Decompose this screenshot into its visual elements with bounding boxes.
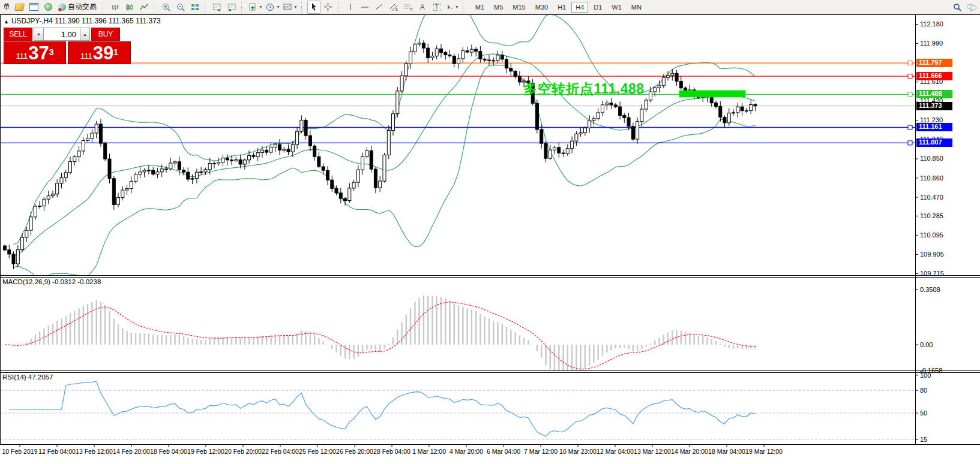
sell-button[interactable]: SELL — [4, 28, 32, 41]
search-icon[interactable] — [951, 1, 964, 14]
volume-input[interactable]: 1.00 — [44, 28, 80, 41]
profile-previous-icon[interactable] — [225, 1, 238, 14]
equidistant-channel-button[interactable]: E — [387, 1, 400, 14]
volume-increase-button[interactable]: ▲ — [80, 28, 90, 41]
fibonacci-button[interactable]: F — [401, 1, 415, 14]
menu-fragment[interactable]: 单 — [1, 2, 12, 12]
symbol-collapse-icon[interactable]: ▲ — [4, 19, 9, 25]
timeframe-m1[interactable]: M1 — [471, 2, 488, 13]
timeframe-m30[interactable]: M30 — [531, 2, 552, 13]
chart-canvas[interactable] — [0, 0, 980, 464]
templates-button[interactable]: ▼ — [282, 1, 298, 14]
dropdown-arrow-icon: ▼ — [293, 5, 298, 9]
zoom-in-icon[interactable] — [160, 1, 173, 14]
new-order-button[interactable]: ▼ — [247, 1, 263, 14]
zoom-out-icon[interactable] — [174, 1, 187, 14]
svg-text:F: F — [410, 8, 413, 11]
timeframe-d1[interactable]: D1 — [589, 2, 606, 13]
text-button[interactable]: A — [416, 1, 429, 14]
vertical-line-button[interactable] — [344, 1, 357, 14]
candlestick-chart-icon[interactable] — [123, 1, 136, 14]
profile-next-icon[interactable] — [211, 1, 224, 14]
horizontal-line-button[interactable] — [358, 1, 371, 14]
rsi-label: RSI(14) 47.2057 — [2, 373, 53, 381]
one-click-trade-panel: SELL ▼ 1.00 ▲ BUY 111373 111391 — [4, 28, 131, 64]
svg-text:E: E — [395, 8, 398, 11]
timeframe-h4[interactable]: H4 — [571, 2, 588, 13]
periods-button[interactable]: ▼ — [265, 1, 281, 14]
chat-icon[interactable] — [965, 1, 978, 14]
autotrade-globe-icon — [59, 4, 66, 11]
shapes-button[interactable]: ▼ — [445, 1, 460, 14]
timeframe-bar: M1M5M15M30H1H4D1W1MN — [470, 2, 646, 13]
label-button[interactable]: T — [430, 1, 443, 14]
chart-title: ▲USDJPY-,H4 111.390 111.396 111.365 111.… — [4, 17, 161, 25]
tile-windows-icon[interactable] — [188, 1, 202, 14]
bar-chart-icon[interactable] — [109, 1, 122, 14]
timeframe-m5[interactable]: M5 — [490, 2, 507, 13]
trendline-button[interactable] — [373, 1, 386, 14]
buy-button[interactable]: BUY — [91, 28, 120, 41]
crosshair-button[interactable] — [322, 1, 335, 14]
order-book-icon[interactable] — [13, 1, 26, 14]
sell-price[interactable]: 111373 — [4, 41, 66, 64]
chart-window-icon[interactable] — [27, 1, 40, 14]
line-chart-icon[interactable] — [137, 1, 151, 14]
buy-price[interactable]: 111391 — [68, 41, 131, 64]
dropdown-arrow-icon: ▼ — [455, 5, 459, 9]
timeframe-mn[interactable]: MN — [627, 2, 646, 13]
pivot-annotation: 多空转折点111.488 — [523, 80, 645, 98]
toolbar: 单 自动交易 ▼ ▼ ▼ E F A T ▼ M1M5M15M30H1H4D1W… — [0, 0, 980, 14]
volume-decrease-button[interactable]: ▼ — [34, 28, 44, 41]
autotrade-button[interactable]: 自动交易 — [56, 1, 100, 14]
signals-icon[interactable] — [41, 1, 55, 14]
macd-label: MACD(12,26,9) -0.0312 -0.0238 — [2, 278, 101, 285]
timeframe-w1[interactable]: W1 — [607, 2, 626, 13]
dropdown-arrow-icon: ▼ — [259, 5, 263, 9]
timeframe-m15[interactable]: M15 — [508, 2, 529, 13]
timeframe-h1[interactable]: H1 — [553, 2, 570, 13]
cursor-button[interactable] — [307, 1, 320, 14]
dropdown-arrow-icon: ▼ — [276, 5, 280, 9]
